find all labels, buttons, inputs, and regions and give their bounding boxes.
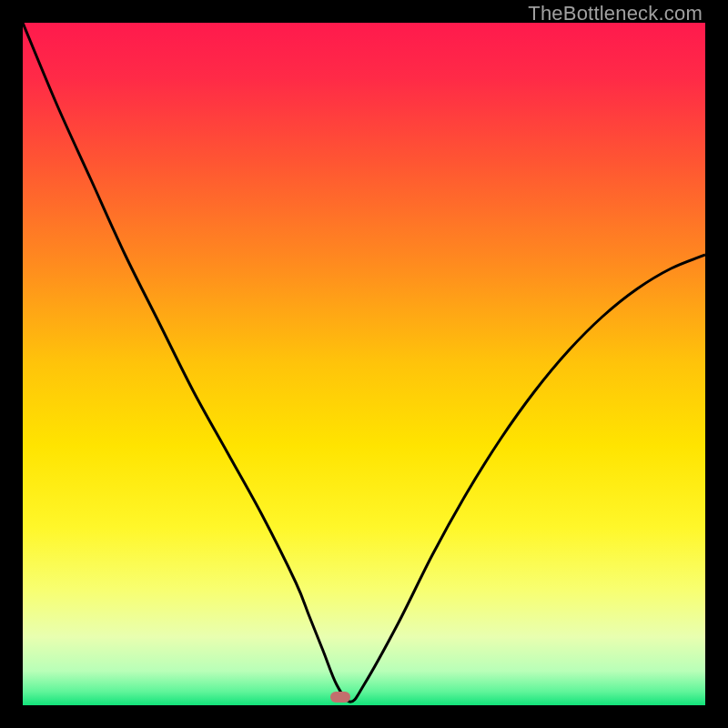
watermark-text: TheBottleneck.com — [528, 2, 703, 25]
background-gradient — [23, 23, 705, 705]
chart-frame — [23, 23, 705, 705]
svg-rect-0 — [23, 23, 705, 705]
minimum-marker — [330, 692, 350, 703]
